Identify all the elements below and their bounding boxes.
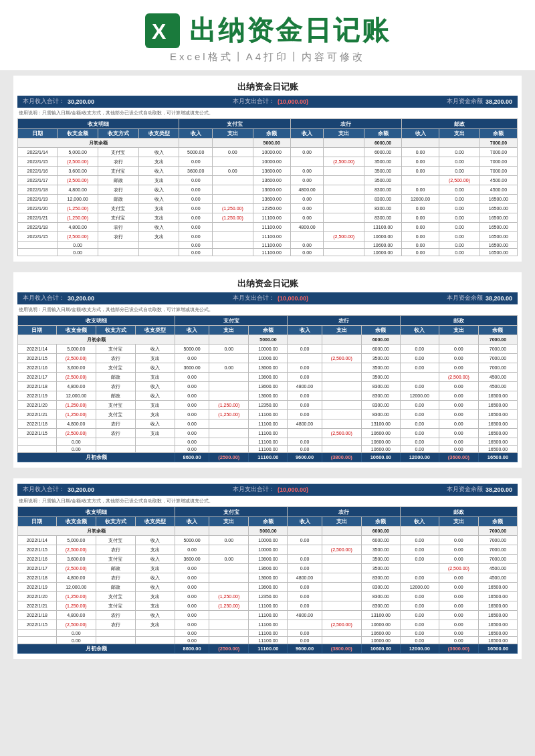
table-row: 2022/1/14 5,000.00 支付宝 收入 5000.00 0.00 1…	[18, 148, 518, 157]
sheet1-note: 使用说明：只需输入日期/金额/收支方式，其他部分已设公式自动取数，可计算增减填充…	[17, 109, 518, 117]
table-row: 2022/1/17 (2,500.00) 邮政 支出 0.00 13600.00…	[18, 373, 518, 382]
header: X 出纳资金日记账 Excel格式丨A4打印丨内容可修改	[0, 0, 535, 70]
table-row: 2022/1/17 (2,500.00) 邮政 支出 0.00 13600.00…	[18, 176, 518, 185]
table-row: 2022/1/21 (1,250.00) 支付宝 支出 0.00 (1,250.…	[18, 601, 518, 611]
table-row: 2022/1/17 (2,500.00) 邮政 支出 0.00 13600.00…	[18, 564, 518, 573]
table-row: 2022/1/20 (1,250.00) 支付宝 支出 0.00 (1,250.…	[18, 592, 518, 601]
sheet3-note: 使用说明：只需输入日期/金额/收支方式，其他部分已设公式自动取数，可计算增减填充…	[17, 497, 518, 505]
table-row: 2022/1/18 4,800.00 农行 收入 0.00 13600.00 4…	[18, 382, 518, 391]
th-nx-bal: 余额	[364, 129, 402, 138]
table-row: 0.00 0.00 11100.00 0.00 10600.00 0.00 0.…	[18, 637, 518, 644]
table-row: 2022/1/15 (2,500.00) 农行 支出 0.00 10000.00…	[18, 157, 518, 167]
table-row: 2022/1/18 4,800.00 农行 收入 0.00 11100.00 4…	[18, 223, 518, 232]
sheet2-table: 收支明细 支付宝 农行 邮政 日期 收支金额 收支方式 收支类型 收入 支出 余…	[17, 315, 518, 462]
table-row: 2022/1/16 3,600.00 支付宝 收入 3600.00 0.00 1…	[18, 167, 518, 176]
th-zfb-out: 支出	[213, 129, 253, 138]
month-open-row: 月初余额 5000.00 6000.00 7000.00	[18, 138, 518, 148]
sheet1-table: 收支明细 支付宝 农行 邮政 日期 收支金额 收支方式 收支类型 收入 支出 余…	[17, 118, 518, 256]
table-row: 0.00 0.00 11100.00 0.00 10600.00 0.00 0.…	[18, 242, 518, 249]
sheet2-note: 使用说明：只需输入日期/金额/收支方式，其他部分已设公式自动取数，可计算增减填充…	[17, 306, 518, 314]
table-row: 2022/1/19 12,000.00 邮政 收入 0.00 13600.00 …	[18, 583, 518, 592]
footer-row: 月初余额 8600.00 (2500.00) 11100.00 9600.00 …	[18, 644, 518, 654]
table-row: 2022/1/18 4,800.00 农行 收入 0.00 11100.00 4…	[18, 611, 518, 620]
sheet2-summary: 本月收入合计： 30,200.00 本月支出合计： (10,000.00) 本月…	[17, 292, 518, 304]
sheet1: 出纳资金日记账 本月收入合计： 30,200.00 本月支出合计： (10,00…	[13, 76, 522, 262]
th-nx-out: 支出	[324, 129, 364, 138]
expense-value: (10,000.00)	[278, 98, 308, 105]
excel-logo-icon: X	[145, 13, 180, 48]
th-yz-bal: 余额	[479, 129, 517, 138]
table-row: 2022/1/21 (1,250.00) 支付宝 支出 0.00 (1,250.…	[18, 410, 518, 419]
sheet3-summary: 本月收入合计： 30,200.00 本月支出合计： (10,000.00) 本月…	[17, 484, 518, 496]
balance-value: 38,200.00	[486, 98, 512, 105]
expense-label: 本月支出合计：	[233, 98, 275, 106]
table-row: 2022/1/19 12,000.00 邮政 收入 0.00 13600.00 …	[18, 391, 518, 401]
th-zfb-bal: 余额	[253, 129, 290, 138]
sheet2: 出纳资金日记账 本月收入合计： 30,200.00 本月支出合计： (10,00…	[13, 272, 522, 468]
balance-label: 本月资金余额	[447, 98, 483, 106]
month-open-label: 月初余额	[18, 527, 175, 536]
th-zhifubao: 支付宝	[179, 119, 290, 129]
sheet1-title: 出纳资金日记账	[17, 81, 518, 93]
income-value: 30,200.00	[68, 98, 94, 105]
table-row: 0.00 0.00 11100.00 0.00 10600.00 0.00 0.…	[18, 446, 518, 453]
th-zfb-in: 收入	[179, 129, 213, 138]
table-row: 2022/1/15 (2,500.00) 农行 支出 0.00 10000.00…	[18, 545, 518, 555]
table-row: 2022/1/14 5,000.00 支付宝 收入 5000.00 0.00 1…	[18, 536, 518, 545]
th-shouzhimingxi: 收支明细	[18, 119, 179, 129]
page-title: 出纳资金日记账	[189, 12, 391, 49]
table-row: 2022/1/18 4,800.00 农行 收入 0.00 13600.00 4…	[18, 573, 518, 583]
svg-text:X: X	[152, 19, 167, 43]
footer-row: 月初余额 8600.00 (2500.00) 11100.00 9600.00 …	[18, 453, 518, 462]
th-cat: 收支类型	[138, 129, 179, 138]
th-youzheng: 邮政	[402, 119, 518, 129]
income-label: 本月收入合计：	[23, 98, 65, 106]
month-open-row: 月初余额 5000.00 6000.00 7000.00	[18, 527, 518, 536]
table-row: 2022/1/20 (1,250.00) 支付宝 支出 0.00 (1,250.…	[18, 204, 518, 213]
th-yz-in: 收入	[402, 129, 439, 138]
th-nongxing: 农行	[290, 119, 401, 129]
table-row: 2022/1/19 12,000.00 邮政 收入 0.00 13600.00 …	[18, 195, 518, 204]
table-row: 2022/1/21 (1,250.00) 支付宝 支出 0.00 (1,250.…	[18, 213, 518, 223]
month-open-label: 月初余额	[18, 335, 175, 345]
month-open-label: 月初余额	[18, 138, 179, 148]
th-yz-out: 支出	[439, 129, 480, 138]
table-row: 0.00 0.00 11100.00 0.00 10600.00 0.00 0.…	[18, 630, 518, 637]
table-row: 2022/1/16 3,600.00 支付宝 收入 3600.00 0.00 1…	[18, 363, 518, 373]
table-row: 2022/1/16 3,600.00 支付宝 收入 3600.00 0.00 1…	[18, 555, 518, 564]
table-row: 2022/1/20 (1,250.00) 支付宝 支出 0.00 (1,250.…	[18, 401, 518, 410]
table-row: 2022/1/15 (2,500.00) 农行 支出 0.00 11100.00…	[18, 232, 518, 242]
sheet2-title: 出纳资金日记账	[17, 278, 518, 290]
table-row: 2022/1/15 (2,500.00) 农行 支出 0.00 11100.00…	[18, 429, 518, 438]
table-row: 2022/1/18 4,800.00 农行 收入 0.00 11100.00 4…	[18, 419, 518, 429]
table-row: 0.00 0.00 11100.00 0.00 10600.00 0.00 0.…	[18, 438, 518, 446]
table-row: 0.00 0.00 11100.00 0.00 10600.00 0.00 0.…	[18, 249, 518, 256]
th-date: 日期	[18, 129, 58, 138]
th-nx-in: 收入	[290, 129, 324, 138]
th-method: 收支方式	[98, 129, 139, 138]
table-row: 2022/1/14 5,000.00 支付宝 收入 5000.00 0.00 1…	[18, 345, 518, 354]
sheet1-summary: 本月收入合计： 30,200.00 本月支出合计： (10,000.00) 本月…	[17, 96, 518, 108]
month-open-row: 月初余额 5000.00 6000.00 7000.00	[18, 335, 518, 345]
table-row: 2022/1/15 (2,500.00) 农行 支出 0.00 11100.00…	[18, 620, 518, 630]
table-row: 2022/1/15 (2,500.00) 农行 支出 0.00 10000.00…	[18, 354, 518, 363]
page-subtitle: Excel格式丨A4打印丨内容可修改	[170, 51, 365, 64]
sheet3-table: 收支明细 支付宝 农行 邮政 日期 收支金额 收支方式 收支类型 收入 支出 余…	[17, 506, 518, 654]
sheet3: 本月收入合计： 30,200.00 本月支出合计： (10,000.00) 本月…	[13, 478, 522, 659]
th-amount: 收支金额	[58, 129, 98, 138]
table-row: 2022/1/18 4,800.00 农行 收入 0.00 13600.00 4…	[18, 185, 518, 195]
